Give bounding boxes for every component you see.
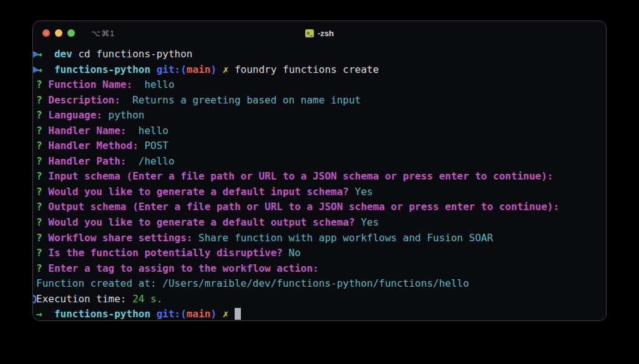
question-label: Handler Path:: [48, 155, 126, 167]
question-mark: ?: [36, 94, 48, 106]
output-text: Function created at: /Users/mraible/dev/…: [36, 277, 469, 289]
answer-text: Yes: [355, 216, 379, 228]
git-suffix: ): [210, 64, 217, 75]
question-label: Enter a tag to assign to the workflow ac…: [48, 262, 318, 274]
answer-text: Yes: [349, 186, 373, 198]
git-branch: main: [187, 308, 211, 320]
question-mark: ?: [36, 247, 48, 259]
git-dirty-icon: ✗: [223, 308, 229, 320]
terminal-line: ? Would you like to generate a default o…: [36, 215, 602, 231]
answer-text: hello: [132, 79, 174, 90]
terminal-text: [217, 64, 223, 75]
question-mark: ?: [36, 155, 48, 167]
terminal-line: ? Is the function potentially disruptive…: [36, 246, 602, 261]
question-mark: ?: [36, 262, 48, 274]
question-label: Workflow share settings:: [48, 232, 192, 244]
zoom-button[interactable]: [67, 29, 75, 37]
prompt-dir: functions-python: [54, 308, 150, 320]
prompt-arrow: →: [36, 308, 54, 320]
terminal-line: ? Input schema (Enter a file path or URL…: [36, 169, 602, 184]
terminal-line: Function created at: /Users/mraible/dev/…: [36, 276, 602, 292]
terminal-line: ? Function Name: hello: [36, 77, 602, 93]
terminal-cursor[interactable]: [235, 308, 241, 320]
output-text: Execution time:: [36, 293, 132, 305]
question-mark: ?: [36, 186, 48, 198]
question-label: Input schema (Enter a file path or URL t…: [48, 170, 553, 182]
titlebar[interactable]: ⌥⌘1 >_ -zsh: [33, 21, 606, 45]
question-label: Is the function potentially disruptive?: [48, 247, 283, 259]
tab-shortcut-label: ⌥⌘1: [91, 29, 115, 38]
terminal-line: ? Enter a tag to assign to the workflow …: [36, 261, 602, 277]
prompt-dir: functions-python: [54, 64, 150, 75]
shell-integration-mark-icon: [32, 50, 39, 58]
answer-text: hello: [127, 125, 168, 136]
terminal-content[interactable]: → dev cd functions-python→ functions-pyt…: [33, 45, 606, 320]
terminal-line: Execution time: 24 s.: [36, 292, 602, 307]
terminal-line: → dev cd functions-python: [36, 47, 602, 62]
shell-integration-mark-icon: [32, 66, 39, 74]
terminal-line: ? Handler Method: POST: [36, 138, 602, 154]
question-mark: ?: [36, 140, 48, 151]
question-label: Handler Method:: [48, 140, 139, 151]
answer-text: python: [102, 109, 144, 121]
answer-text: POST: [139, 140, 168, 151]
answer-text: No: [283, 247, 301, 259]
question-label: Language:: [48, 109, 102, 121]
git-prefix: git:(: [157, 64, 187, 75]
command-text: foundry functions create: [228, 64, 379, 75]
question-mark: ?: [36, 201, 48, 213]
terminal-window: ⌥⌘1 >_ -zsh → dev cd functions-python→ f…: [32, 21, 607, 321]
answer-text: Returns a greeting based on name input: [120, 94, 361, 106]
minimize-button[interactable]: [55, 29, 62, 37]
answer-text: Share function with app workflows and Fu…: [192, 232, 493, 244]
question-mark: ?: [36, 109, 48, 121]
question-label: Description:: [48, 94, 120, 106]
terminal-line: → functions-python git:(main) ✗ foundry …: [36, 62, 602, 78]
tab-title[interactable]: >_ -zsh: [305, 29, 334, 38]
tab-title-label: -zsh: [318, 29, 334, 38]
question-label: Would you like to generate a default inp…: [48, 186, 349, 198]
terminal-line: ? Would you like to generate a default i…: [36, 184, 602, 200]
terminal-line: ? Handler Name: hello: [36, 123, 602, 139]
terminal-line: ? Output schema (Enter a file path or UR…: [36, 199, 602, 215]
close-button[interactable]: [42, 29, 50, 37]
traffic-lights: [42, 29, 75, 37]
question-label: Function Name:: [48, 79, 132, 90]
question-mark: ?: [36, 170, 48, 182]
question-mark: ?: [36, 232, 48, 244]
terminal-line: ? Description: Returns a greeting based …: [36, 93, 602, 108]
terminal-text: [228, 308, 235, 320]
prompt-arrow: →: [36, 64, 54, 75]
terminal-line: ? Handler Path: /hello: [36, 154, 602, 170]
terminal-line: ? Language: python: [36, 108, 602, 123]
question-label: Handler Name:: [48, 125, 126, 136]
terminal-line: ? Workflow share settings: Share functio…: [36, 231, 602, 246]
question-label: Output schema (Enter a file path or URL …: [48, 201, 559, 213]
answer-text: /hello: [127, 155, 175, 167]
question-label: Would you like to generate a default out…: [48, 216, 354, 228]
prompt-arrow: →: [36, 48, 54, 60]
zsh-terminal-icon: >_: [305, 29, 314, 37]
git-branch: main: [187, 64, 211, 75]
terminal-text: [217, 308, 223, 320]
execution-time-value: 24 s.: [132, 293, 162, 305]
command-text: cd functions-python: [72, 48, 193, 60]
git-suffix: ): [210, 308, 217, 320]
terminal-text: [150, 308, 157, 320]
terminal-line: → functions-python git:(main) ✗: [36, 307, 602, 321]
terminal-text: [150, 64, 157, 75]
prompt-dir: dev: [54, 48, 72, 60]
git-prefix: git:(: [157, 308, 187, 320]
question-mark: ?: [36, 125, 48, 136]
question-mark: ?: [36, 79, 48, 90]
git-dirty-icon: ✗: [223, 64, 229, 75]
question-mark: ?: [36, 216, 48, 228]
